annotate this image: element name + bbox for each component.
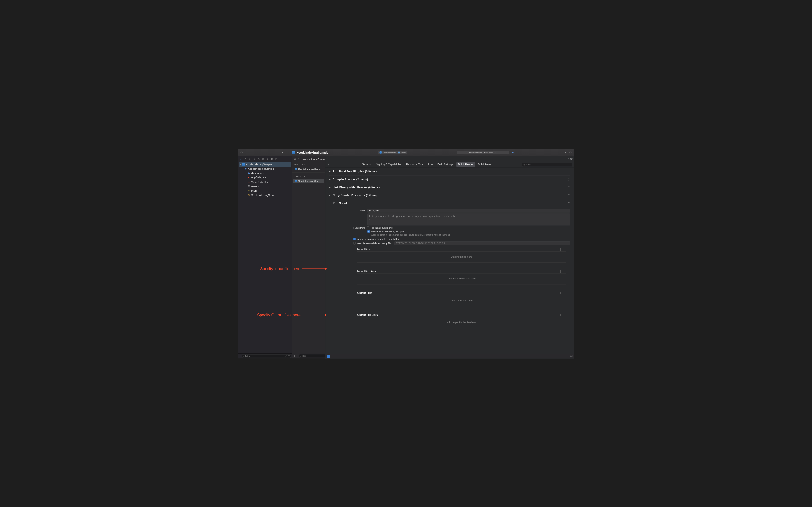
run-button[interactable] xyxy=(281,151,285,154)
add-target-button[interactable]: + xyxy=(294,354,296,357)
tab-build-rules[interactable]: Build Rules xyxy=(476,162,493,167)
svg-point-22 xyxy=(248,194,250,196)
scheme-selector[interactable]: XcodeIndexingSample › My Mac xyxy=(378,151,407,154)
disclosure-triangle-icon[interactable]: ▾ xyxy=(240,163,242,166)
breakpoint-nav-icon[interactable] xyxy=(271,158,273,160)
report-nav-icon[interactable] xyxy=(275,158,278,160)
tree-item[interactable]: AppDelegate xyxy=(238,175,292,180)
tree-root[interactable]: ▾ XcodeIndexingSample xyxy=(239,162,291,167)
add-input-file-button[interactable]: + xyxy=(357,264,360,267)
tab-general[interactable]: General xyxy=(360,162,373,167)
phase-header[interactable]: ▸ Run Build Tool Plug-ins (0 items) xyxy=(329,168,570,175)
cloud-status-icon[interactable] xyxy=(511,151,514,154)
filter-icon: ⌕ xyxy=(243,355,244,357)
scm-icon[interactable]: ▢ xyxy=(288,355,290,357)
script-editor[interactable]: 12 # Type a script or drag a script file… xyxy=(367,214,570,226)
phase-header[interactable]: ▸ Copy Bundle Resources (3 items) xyxy=(329,191,570,199)
tab-info[interactable]: Info xyxy=(426,162,435,167)
find-nav-icon[interactable] xyxy=(253,158,256,160)
phases-filter[interactable]: ⊜ xyxy=(522,163,572,166)
dep-file-input[interactable] xyxy=(394,241,570,245)
test-nav-icon[interactable] xyxy=(262,158,265,160)
phase-header[interactable]: ▸ Compile Sources (2 items) xyxy=(329,175,570,183)
disclosure-triangle-icon[interactable]: ▾ xyxy=(242,168,244,170)
phases-filter-input[interactable] xyxy=(526,163,571,166)
outline-toggle-icon[interactable] xyxy=(294,158,296,160)
navigator-filter[interactable]: ⌕ ◷ ▢ xyxy=(242,354,291,357)
disclosure-triangle-icon[interactable]: ▸ xyxy=(329,186,331,188)
trash-icon[interactable] xyxy=(567,186,570,189)
svg-rect-25 xyxy=(570,158,572,160)
shell-input[interactable] xyxy=(367,209,570,213)
trash-icon[interactable] xyxy=(567,178,570,181)
target-item[interactable]: XcodeIndexingSam... xyxy=(293,179,324,183)
add-input-list-button[interactable]: + xyxy=(357,285,360,289)
install-only-label: For install builds only xyxy=(370,226,393,229)
tree-item[interactable]: ViewController xyxy=(238,180,292,184)
jumpbar-project[interactable]: XcodeIndexingSample xyxy=(302,157,325,160)
issue-nav-icon[interactable] xyxy=(257,158,260,160)
forward-icon[interactable]: › xyxy=(298,158,299,160)
console-toggle-icon[interactable] xyxy=(570,355,572,357)
remove-target-button[interactable]: − xyxy=(296,354,298,357)
debug-nav-icon[interactable] xyxy=(266,158,269,160)
remove-output-file-button[interactable]: − xyxy=(362,307,365,311)
activity-status[interactable]: XcodeIndexingSample: Ready | Today at 12… xyxy=(457,151,509,154)
svg-line-13 xyxy=(255,159,255,160)
install-only-checkbox[interactable] xyxy=(367,226,369,229)
dependency-analysis-checkbox[interactable] xyxy=(367,230,370,233)
project-item[interactable]: XcodeIndexingSam... xyxy=(293,167,324,171)
disclosure-triangle-icon[interactable]: ▾ xyxy=(329,202,331,205)
clock-icon[interactable]: ◷ xyxy=(285,355,287,357)
output-file-lists-title: Output File Lists| xyxy=(357,314,570,317)
add-output-list-button[interactable]: + xyxy=(357,329,360,332)
swap-icon[interactable]: ⇄ xyxy=(567,157,569,160)
tree-item[interactable]: Assets xyxy=(238,184,292,188)
input-file-lists-title: Input File Lists| xyxy=(357,270,570,273)
add-icon[interactable]: + xyxy=(239,354,241,357)
source-control-nav-icon[interactable] xyxy=(244,158,247,160)
tab-signing[interactable]: Signing & Capabilities xyxy=(374,162,403,167)
tree-group[interactable]: ▾ XcodeIndexingSample xyxy=(238,167,292,171)
sidebar-toggle-icon[interactable] xyxy=(240,151,243,154)
folder-icon xyxy=(248,172,251,175)
disclosure-triangle-icon[interactable]: ▸ xyxy=(329,170,331,173)
navigator-filter-input[interactable] xyxy=(245,355,284,357)
add-phase-button[interactable]: + xyxy=(327,163,330,166)
trash-icon[interactable] xyxy=(567,202,570,205)
app-icon xyxy=(242,163,245,166)
phase-header[interactable]: ▾ Run Script xyxy=(329,199,570,207)
remove-output-list-button[interactable]: − xyxy=(362,329,365,332)
targets-section-label: TARGETS xyxy=(292,174,325,179)
remove-input-file-button[interactable]: − xyxy=(362,264,365,267)
remove-input-list-button[interactable]: − xyxy=(362,285,365,289)
show-env-checkbox[interactable] xyxy=(353,238,356,240)
file-tree[interactable]: ▾ XcodeIndexingSample ▾ XcodeIndexingSam… xyxy=(238,162,292,353)
disclosure-triangle-icon[interactable]: ▸ xyxy=(246,172,247,174)
disclosure-triangle-icon[interactable]: ▸ xyxy=(329,194,331,196)
output-files-title: Output Files| xyxy=(357,291,570,294)
editor-options-icon[interactable] xyxy=(570,157,572,160)
library-button[interactable] xyxy=(569,151,572,154)
add-button[interactable] xyxy=(564,151,567,154)
tree-item[interactable]: ▸ dictionaries xyxy=(238,171,292,175)
add-output-file-button[interactable]: + xyxy=(357,307,360,311)
tab-build-phases[interactable]: Build Phases xyxy=(456,162,475,167)
symbol-nav-icon[interactable] xyxy=(249,158,251,160)
dep-file-checkbox[interactable] xyxy=(353,242,356,244)
svg-rect-27 xyxy=(570,355,572,357)
targets-filter-input[interactable] xyxy=(302,355,327,357)
phase-header[interactable]: ▸ Link Binary With Libraries (0 items) xyxy=(329,183,570,191)
phase-row: ▸ Link Binary With Libraries (0 items) xyxy=(329,183,570,191)
tab-resource-tags[interactable]: Resource Tags xyxy=(404,162,425,167)
chat-icon[interactable] xyxy=(327,355,329,357)
disclosure-triangle-icon[interactable]: ▸ xyxy=(329,178,331,181)
trash-icon[interactable] xyxy=(567,193,570,196)
project-nav-icon[interactable] xyxy=(240,158,243,160)
back-icon[interactable]: ‹ xyxy=(297,158,298,160)
targets-filter[interactable]: ⌕ xyxy=(299,354,328,357)
tree-item-label: ViewController xyxy=(251,180,268,183)
tree-item[interactable]: XcodeIndexingSample xyxy=(238,193,292,197)
tree-item[interactable]: Main xyxy=(238,188,292,193)
tab-build-settings[interactable]: Build Settings xyxy=(436,162,455,167)
